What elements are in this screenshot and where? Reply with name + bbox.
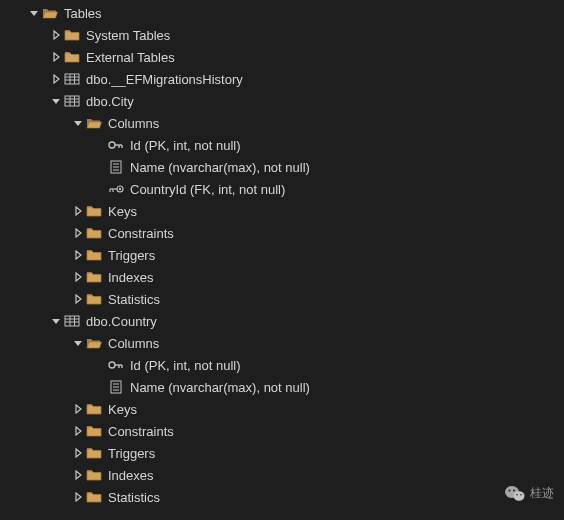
tree-item-label: dbo.City [86,94,134,109]
chevron-right-icon[interactable] [70,291,86,307]
tree-item-tables[interactable]: Tables [0,2,564,24]
svg-point-28 [109,362,115,368]
chevron-right-icon[interactable] [70,203,86,219]
folder-icon [86,291,102,307]
chevron-right-icon[interactable] [70,269,86,285]
chevron-right-icon[interactable] [70,445,86,461]
tree-item-label: Statistics [108,490,160,505]
tree-item-triggers[interactable]: Triggers [0,244,564,266]
svg-rect-0 [65,74,79,84]
table-icon [64,313,80,329]
tree-item-label: Indexes [108,468,154,483]
tree-item-label: Columns [108,336,159,351]
tree-item-label: Keys [108,402,137,417]
tree-item-label: Name (nvarchar(max), not null) [130,380,310,395]
tree-item-system-tables[interactable]: System Tables [0,24,564,46]
svg-point-37 [514,491,525,501]
folder-open-icon [42,5,58,21]
chevron-right-icon[interactable] [70,489,86,505]
chevron-down-icon[interactable] [48,313,64,329]
object-explorer-tree: TablesSystem TablesExternal Tablesdbo.__… [0,0,564,508]
key-icon [108,357,124,373]
folder-icon [64,49,80,65]
folder-icon [86,423,102,439]
tree-item-label: CountryId (FK, int, not null) [130,182,285,197]
svg-point-40 [516,494,518,496]
tree-item-name-nvarchar-max-not-null[interactable]: Name (nvarchar(max), not null) [0,376,564,398]
tree-item-columns[interactable]: Columns [0,332,564,354]
tree-item-keys[interactable]: Keys [0,398,564,420]
tree-item-dbo-city[interactable]: dbo.City [0,90,564,112]
folder-icon [86,203,102,219]
svg-rect-5 [65,96,79,106]
folder-icon [86,445,102,461]
tree-item-label: Id (PK, int, not null) [130,358,241,373]
chevron-right-icon[interactable] [70,401,86,417]
tree-item-label: Triggers [108,248,155,263]
tree-item-indexes[interactable]: Indexes [0,266,564,288]
tree-item-statistics[interactable]: Statistics [0,486,564,508]
wechat-icon [504,484,526,502]
tree-item-dbo-country[interactable]: dbo.Country [0,310,564,332]
column-icon [108,159,124,175]
folder-icon [86,269,102,285]
chevron-right-icon[interactable] [48,27,64,43]
tree-item-label: Constraints [108,424,174,439]
tree-item-label: Columns [108,116,159,131]
tree-item-id-pk-int-not-null[interactable]: Id (PK, int, not null) [0,354,564,376]
folder-icon [86,467,102,483]
tree-item-constraints[interactable]: Constraints [0,420,564,442]
chevron-right-icon[interactable] [70,247,86,263]
tree-item-constraints[interactable]: Constraints [0,222,564,244]
tree-item-dbo-efmigrationshistory[interactable]: dbo.__EFMigrationsHistory [0,68,564,90]
tree-item-name-nvarchar-max-not-null[interactable]: Name (nvarchar(max), not null) [0,156,564,178]
tree-item-keys[interactable]: Keys [0,200,564,222]
tree-item-label: System Tables [86,28,170,43]
svg-point-39 [513,490,515,492]
tree-item-id-pk-int-not-null[interactable]: Id (PK, int, not null) [0,134,564,156]
tree-item-label: Statistics [108,292,160,307]
tree-item-indexes[interactable]: Indexes [0,464,564,486]
tree-item-label: External Tables [86,50,175,65]
tree-item-triggers[interactable]: Triggers [0,442,564,464]
folder-open-icon [86,335,102,351]
tree-item-countryid-fk-int-not-null[interactable]: CountryId (FK, int, not null) [0,178,564,200]
folder-icon [86,225,102,241]
tree-item-label: Keys [108,204,137,219]
tree-item-label: dbo.__EFMigrationsHistory [86,72,243,87]
chevron-down-icon[interactable] [70,335,86,351]
chevron-down-icon[interactable] [48,93,64,109]
folder-icon [86,247,102,263]
folder-open-icon [86,115,102,131]
chevron-right-icon[interactable] [70,225,86,241]
table-icon [64,93,80,109]
svg-point-38 [509,490,511,492]
tree-item-label: Indexes [108,270,154,285]
chevron-right-icon[interactable] [48,49,64,65]
fk-icon [108,181,124,197]
chevron-right-icon[interactable] [48,71,64,87]
chevron-down-icon[interactable] [70,115,86,131]
table-icon [64,71,80,87]
chevron-right-icon[interactable] [70,423,86,439]
watermark-label: 桂迹 [530,485,554,502]
key-icon [108,137,124,153]
svg-point-10 [109,142,115,148]
folder-icon [86,489,102,505]
tree-item-label: Name (nvarchar(max), not null) [130,160,310,175]
folder-icon [64,27,80,43]
svg-point-41 [520,494,522,496]
watermark: 桂迹 [504,484,554,502]
tree-item-columns[interactable]: Columns [0,112,564,134]
tree-item-statistics[interactable]: Statistics [0,288,564,310]
chevron-right-icon[interactable] [70,467,86,483]
chevron-down-icon[interactable] [26,5,42,21]
column-icon [108,379,124,395]
folder-icon [86,401,102,417]
tree-item-label: Constraints [108,226,174,241]
tree-item-label: dbo.Country [86,314,157,329]
svg-point-19 [119,188,121,190]
tree-item-label: Id (PK, int, not null) [130,138,241,153]
tree-item-external-tables[interactable]: External Tables [0,46,564,68]
svg-rect-23 [65,316,79,326]
